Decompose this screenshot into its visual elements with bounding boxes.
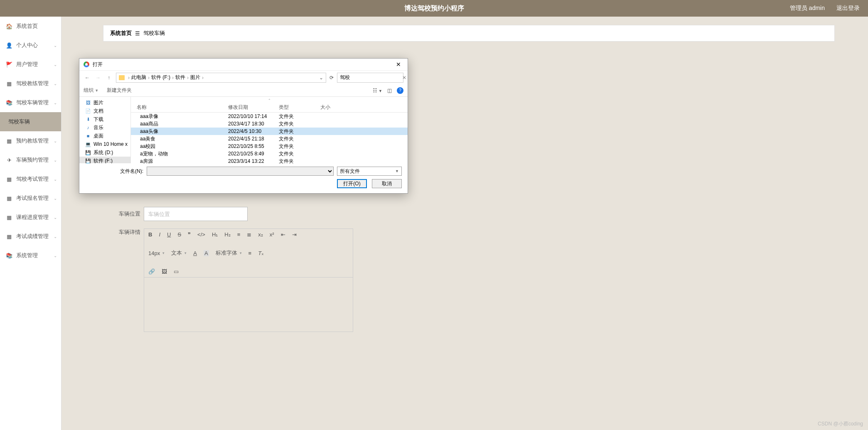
file-list-header: 名称 修改日期 类型 大小 [131,103,408,113]
preview-pane-icon[interactable]: ◫ [387,88,392,93]
help-icon[interactable]: ? [397,87,403,94]
tree-icon: ■ [85,133,91,138]
tree-icon: 📄 [85,108,91,114]
close-icon[interactable]: ✕ [393,61,403,68]
tree-item[interactable]: 💾系统 (D:) [79,148,130,157]
tree-item[interactable]: 🖼图片 [79,98,130,107]
up-icon[interactable]: ↑ [105,75,113,81]
file-row[interactable]: a宠物，动物2022/10/25 8:49文件夹 [131,150,408,157]
tree-icon: ♪ [85,125,91,130]
filename-input[interactable] [147,167,334,176]
dialog-title: 打开 [93,61,103,68]
path-seg[interactable]: 此电脑 [131,74,146,81]
cancel-button[interactable]: 取消 [372,179,402,188]
search-box[interactable]: ✕ [337,73,403,83]
tree-item[interactable]: ⬇下载 [79,115,130,123]
chrome-icon [84,61,89,67]
nav-tree[interactable]: 🖼图片📄文档⬇下载♪音乐■桌面💻Win 10 Home x💾系统 (D:)💾软件… [79,97,131,163]
tree-icon: 💻 [85,142,91,147]
file-row[interactable]: aaa头像2022/4/5 10:30文件夹 [131,128,408,135]
folder-icon [119,75,125,80]
filetype-select[interactable]: 所有文件▼ [337,167,402,176]
file-row[interactable]: aaa商品2023/4/17 18:30文件夹 [131,120,408,128]
chevron-down-icon[interactable]: ⌄ [319,75,323,81]
refresh-icon[interactable]: ⟳ [329,75,334,81]
clear-search-icon[interactable]: ✕ [402,75,406,81]
organize-menu[interactable]: 组织 ▼ [84,87,98,94]
file-row[interactable]: a房源2023/3/14 13:22文件夹 [131,157,408,163]
tree-icon: 💾 [85,158,91,164]
col-name[interactable]: 名称 [137,104,228,111]
col-size[interactable]: 大小 [320,104,345,111]
tree-item[interactable]: 📄文档 [79,107,130,115]
path-seg[interactable]: 软件 [175,74,185,81]
filename-label: 文件名(N): [85,168,143,175]
tree-icon: 💾 [85,150,91,155]
path-seg[interactable]: 图片 [190,74,200,81]
tree-icon: 🖼 [85,100,91,105]
new-folder-button[interactable]: 新建文件夹 [107,87,132,94]
tree-item[interactable]: 💾软件 (F:) [79,157,130,163]
file-row[interactable]: aa校园2022/10/25 8:55文件夹 [131,143,408,150]
file-open-dialog: 打开 ✕ ← → ↑ › 此电脑› 软件 (F:)› 软件› 图片› ⌄ ⟳ ✕… [79,58,408,194]
watermark: CSDN @小蔡coding [818,420,863,428]
col-date[interactable]: 修改日期 [228,104,279,111]
file-row[interactable]: aa美食2022/4/15 21:18文件夹 [131,135,408,143]
dialog-titlebar[interactable]: 打开 ✕ [79,59,408,70]
tree-item[interactable]: 💻Win 10 Home x [79,140,130,148]
path-bar[interactable]: › 此电脑› 软件 (F:)› 软件› 图片› ⌄ [116,73,326,83]
sort-arrow-icon: ⌃ [268,98,271,102]
file-row[interactable]: aaa录像2022/10/10 17:14文件夹 [131,113,408,120]
open-button[interactable]: 打开(O) [337,179,367,188]
dialog-overlay: 打开 ✕ ← → ↑ › 此电脑› 软件 (F:)› 软件› 图片› ⌄ ⟳ ✕… [0,0,868,430]
view-mode-icon[interactable]: ☷ ▼ [373,88,382,93]
tree-item[interactable]: ■桌面 [79,132,130,140]
col-type[interactable]: 类型 [279,104,320,111]
path-seg[interactable]: 软件 (F:) [151,74,170,81]
tree-icon: ⬇ [85,117,91,122]
search-input[interactable] [340,75,402,81]
tree-item[interactable]: ♪音乐 [79,123,130,132]
back-icon[interactable]: ← [84,75,91,81]
file-list: ⌃ 名称 修改日期 类型 大小 aaa录像2022/10/10 17:14文件夹… [131,97,408,163]
forward-icon[interactable]: → [94,75,102,81]
